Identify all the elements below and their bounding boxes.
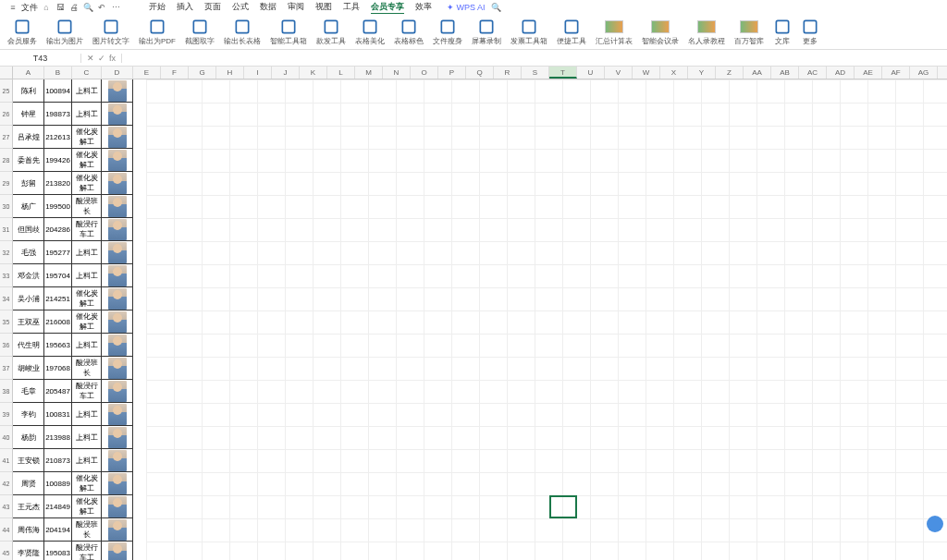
- col-header-AB[interactable]: AB: [771, 67, 799, 79]
- photo-cell[interactable]: [102, 495, 133, 518]
- col-header-V[interactable]: V: [605, 67, 633, 79]
- row-header-33[interactable]: 33: [0, 264, 13, 287]
- cell[interactable]: 李贤隆: [13, 542, 44, 560]
- ribbon-screenshot[interactable]: 截图取字: [185, 18, 215, 46]
- row-header-25[interactable]: 25: [0, 79, 13, 103]
- sheet-area[interactable]: ABCDEFGHIJKLMNOPQRSTUVWXYZAAABACADAEAFAG…: [0, 67, 947, 560]
- photo-cell[interactable]: [102, 287, 133, 310]
- col-header-Z[interactable]: Z: [716, 67, 744, 79]
- col-header-AC[interactable]: AC: [799, 67, 827, 79]
- ribbon-long-table[interactable]: 输出长表格: [224, 18, 261, 46]
- ribbon-meeting[interactable]: 智能会议录: [642, 18, 679, 46]
- cell[interactable]: 上料工: [72, 79, 102, 103]
- ribbon-compress[interactable]: 文件瘦身: [433, 18, 462, 46]
- cell[interactable]: 周贤: [13, 472, 44, 495]
- ribbon-color[interactable]: 表格标色: [394, 18, 424, 46]
- cell[interactable]: 酸浸班长: [72, 357, 102, 380]
- ribbon-handy[interactable]: 便捷工具: [557, 18, 586, 46]
- ribbon-ocr[interactable]: 图片转文字: [92, 18, 129, 46]
- cell[interactable]: 204286: [44, 218, 72, 241]
- col-header-B[interactable]: B: [44, 67, 72, 79]
- ribbon-doc[interactable]: 文库: [773, 18, 792, 46]
- cell[interactable]: 100831: [44, 403, 72, 426]
- ribbon-dev[interactable]: 款发工具: [316, 18, 346, 46]
- photo-cell[interactable]: [102, 310, 133, 334]
- cell[interactable]: 吕承煌: [13, 126, 44, 149]
- ribbon-sum[interactable]: 汇总计算表: [596, 18, 633, 46]
- cell[interactable]: 但国歧: [13, 218, 44, 241]
- photo-cell[interactable]: [102, 380, 133, 403]
- cell[interactable]: 酸浸班长: [72, 195, 102, 218]
- col-header-D[interactable]: D: [102, 67, 133, 79]
- cell[interactable]: 吴小浦: [13, 287, 44, 310]
- col-header-AD[interactable]: AD: [827, 67, 855, 79]
- wps-ai-button[interactable]: ✦ WPS AI: [447, 3, 486, 12]
- menu-tab-4[interactable]: 数据: [260, 1, 277, 14]
- col-header-X[interactable]: X: [660, 67, 688, 79]
- ribbon-beautify[interactable]: 表格美化: [355, 18, 385, 46]
- col-header-W[interactable]: W: [633, 67, 660, 79]
- ribbon-more[interactable]: 更多: [801, 18, 819, 46]
- cell[interactable]: 钟星: [13, 103, 44, 126]
- save-icon[interactable]: 🖫: [55, 2, 66, 13]
- cell[interactable]: 100889: [44, 472, 72, 495]
- photo-cell[interactable]: [102, 218, 133, 241]
- ribbon-library[interactable]: 百万智库: [734, 18, 764, 46]
- cell[interactable]: 王双巫: [13, 310, 44, 334]
- cell[interactable]: 催化炭解工: [72, 172, 102, 195]
- col-header-L[interactable]: L: [327, 67, 355, 79]
- cell[interactable]: 邓金洪: [13, 264, 44, 287]
- col-header-AG[interactable]: AG: [910, 67, 938, 79]
- col-header-F[interactable]: F: [161, 67, 189, 79]
- cell[interactable]: 213820: [44, 172, 72, 195]
- col-header-H[interactable]: H: [216, 67, 244, 79]
- search-icon[interactable]: 🔍: [491, 2, 502, 13]
- col-header-I[interactable]: I: [244, 67, 272, 79]
- row-header-30[interactable]: 30: [0, 195, 13, 218]
- col-header-O[interactable]: O: [411, 67, 438, 79]
- menu-tab-5[interactable]: 审阅: [288, 1, 304, 14]
- cell[interactable]: 毛强: [13, 241, 44, 264]
- cell[interactable]: 上料工: [72, 334, 102, 357]
- col-header-R[interactable]: R: [494, 67, 522, 79]
- row-header-35[interactable]: 35: [0, 310, 13, 334]
- cell[interactable]: 催化炭解工: [72, 495, 102, 518]
- redo-icon[interactable]: ⋯: [110, 2, 121, 13]
- photo-cell[interactable]: [102, 172, 133, 195]
- cell[interactable]: 王安锁: [13, 449, 44, 472]
- col-header-P[interactable]: P: [438, 67, 466, 79]
- confirm-icon[interactable]: ✓: [98, 54, 105, 63]
- ribbon-invoice[interactable]: 发票工具箱: [510, 18, 547, 46]
- cell[interactable]: 陈利: [13, 79, 44, 103]
- file-menu[interactable]: 文件: [21, 2, 38, 14]
- photo-cell[interactable]: [102, 264, 133, 287]
- col-header-Y[interactable]: Y: [688, 67, 716, 79]
- col-header-N[interactable]: N: [383, 67, 411, 79]
- select-all-corner[interactable]: [0, 67, 13, 79]
- cell[interactable]: 催化炭解工: [72, 149, 102, 172]
- cell[interactable]: 催化炭解工: [72, 472, 102, 495]
- photo-cell[interactable]: [102, 403, 133, 426]
- row-header-26[interactable]: 26: [0, 103, 13, 126]
- cell[interactable]: 上料工: [72, 103, 102, 126]
- photo-cell[interactable]: [102, 149, 133, 172]
- photo-cell[interactable]: [102, 241, 133, 264]
- col-header-AE[interactable]: AE: [855, 67, 882, 79]
- menu-tab-0[interactable]: 开始: [149, 1, 166, 14]
- cell[interactable]: 上料工: [72, 241, 102, 264]
- ribbon-record[interactable]: 屏幕录制: [472, 18, 501, 46]
- photo-cell[interactable]: [102, 195, 133, 218]
- cancel-icon[interactable]: ✕: [87, 54, 94, 63]
- col-header-G[interactable]: G: [189, 67, 216, 79]
- photo-cell[interactable]: [102, 426, 133, 449]
- cell[interactable]: 216008: [44, 310, 72, 334]
- cell[interactable]: 酸浸班长: [72, 518, 102, 542]
- cell[interactable]: 酸浸行车工: [72, 542, 102, 560]
- row-header-38[interactable]: 38: [0, 380, 13, 403]
- col-header-K[interactable]: K: [300, 67, 327, 79]
- row-header-34[interactable]: 34: [0, 287, 13, 310]
- ribbon-pdf[interactable]: 输出为PDF: [139, 18, 176, 46]
- col-header-S[interactable]: S: [522, 67, 549, 79]
- cell[interactable]: 210873: [44, 449, 72, 472]
- row-header-40[interactable]: 40: [0, 426, 13, 449]
